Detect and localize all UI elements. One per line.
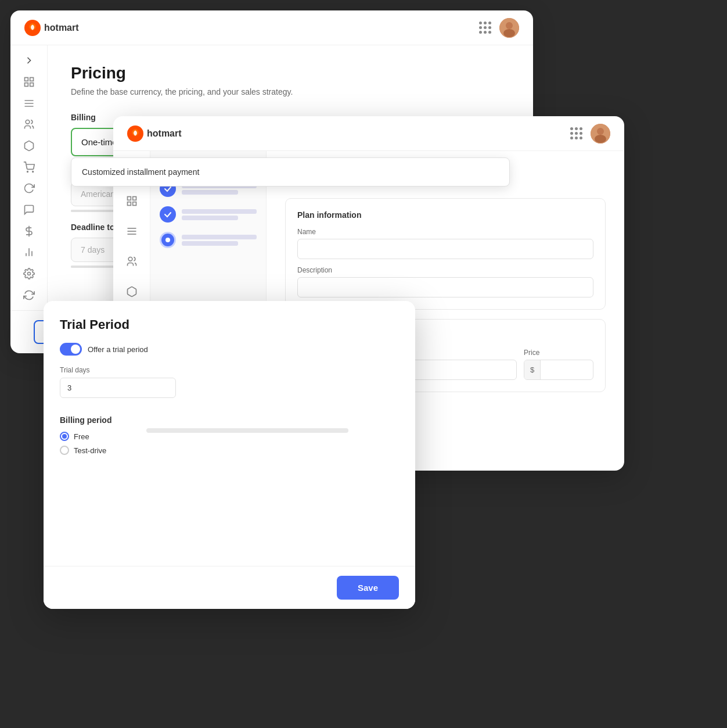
svg-rect-25 [127,202,131,206]
sidebar2-item-list[interactable] [120,189,143,213]
hotmart-logo-icon-2 [127,125,143,142]
billing-option-customized[interactable]: Customized installment payment [71,158,509,186]
step-3 [160,232,257,248]
plan-name-input[interactable] [297,239,593,259]
trial-days-label: Trial days [60,366,399,374]
svg-point-22 [595,135,606,143]
trial-title: Trial Period [60,317,399,332]
user-avatar-2[interactable] [591,124,610,144]
user-avatar[interactable] [499,18,519,38]
svg-rect-26 [132,202,136,206]
svg-point-2 [506,22,513,29]
billing-period-label: Billing period [60,415,111,425]
offer-trial-toggle[interactable] [60,343,82,356]
svg-point-11 [26,120,30,124]
svg-rect-4 [24,78,28,81]
svg-rect-5 [30,78,33,81]
plan-info-card: Plan information Name Description [285,198,606,310]
price-col: Price $ [524,349,593,380]
sidebar-item-refresh[interactable] [17,181,41,196]
svg-point-3 [503,29,515,37]
logo-text: hotmart [44,23,79,33]
svg-rect-24 [132,197,136,200]
billing-dropdown-menu: Customized installment payment [71,157,510,187]
sidebar-item-dollar[interactable] [17,224,41,238]
radio-group: Free Test-drive [60,432,111,455]
sidebar-item-chart[interactable] [17,245,41,260]
step-3-lines [182,235,257,246]
header-bar-2: hotmart [113,116,624,151]
logo-text-2: hotmart [147,128,182,139]
save-bar: Save [44,566,415,609]
step-3-circle [160,232,176,248]
billing-period-section: Billing period Free Test-drive [60,415,111,455]
svg-rect-6 [24,83,28,87]
sidebar-item-box[interactable] [17,139,41,153]
sidebar-item-list[interactable] [17,75,41,89]
sidebar-expand-button[interactable] [17,53,41,68]
price-input[interactable] [541,360,587,379]
radio-testdrive-label: Test-drive [74,446,106,455]
plan-description-input[interactable] [297,277,593,297]
svg-point-30 [128,257,132,261]
hidden-area [146,428,399,455]
step-2-lines [182,209,257,220]
radio-free[interactable]: Free [60,432,111,441]
header-right [479,18,519,38]
sidebar-item-chat[interactable] [17,203,41,217]
apps-grid-icon[interactable] [479,21,491,34]
trial-period-window: Trial Period Offer a trial period Trial … [44,301,415,609]
svg-rect-7 [30,83,33,87]
price-input-wrapper: $ [524,360,593,380]
name-label: Name [297,228,593,236]
apps-grid-icon-2[interactable] [570,127,582,139]
price-label: Price [524,349,593,357]
svg-point-13 [32,171,33,172]
toggle-row: Offer a trial period [60,343,399,356]
svg-point-21 [597,128,604,135]
svg-point-12 [27,171,28,172]
trial-days-input[interactable] [60,378,176,398]
page-title: Pricing [71,64,510,83]
sidebar-item-activity[interactable] [17,288,41,302]
sidebar-item-users[interactable] [17,117,41,132]
step-2 [160,206,257,223]
header-right-2 [570,124,610,144]
page-subtitle: Define the base currency, the pricing, a… [71,87,510,96]
sidebar [10,45,48,310]
radio-free-label: Free [74,432,89,441]
radio-free-btn[interactable] [60,432,69,441]
sidebar-item-cart[interactable] [17,160,41,174]
header-bar: hotmart [10,10,533,45]
sidebar2-item-users[interactable] [120,250,143,273]
toggle-label: Offer a trial period [88,345,148,354]
sidebar-item-settings[interactable] [17,267,41,281]
sidebar2-item-grid[interactable] [120,220,143,243]
plan-info-title: Plan information [297,210,593,220]
sidebar-item-grid[interactable] [17,96,41,110]
svg-rect-23 [127,197,131,200]
price-prefix: $ [524,360,541,379]
radio-testdrive-btn[interactable] [60,446,69,455]
svg-point-18 [27,272,30,275]
step-2-circle [160,206,176,223]
hotmart-logo-icon [24,20,41,36]
sidebar2-item-box[interactable] [120,280,143,303]
save-button[interactable]: Save [337,576,399,600]
logo-2: hotmart [127,125,182,142]
logo: hotmart [24,20,79,36]
radio-testdrive[interactable]: Test-drive [60,446,111,455]
description-label: Description [297,266,593,274]
